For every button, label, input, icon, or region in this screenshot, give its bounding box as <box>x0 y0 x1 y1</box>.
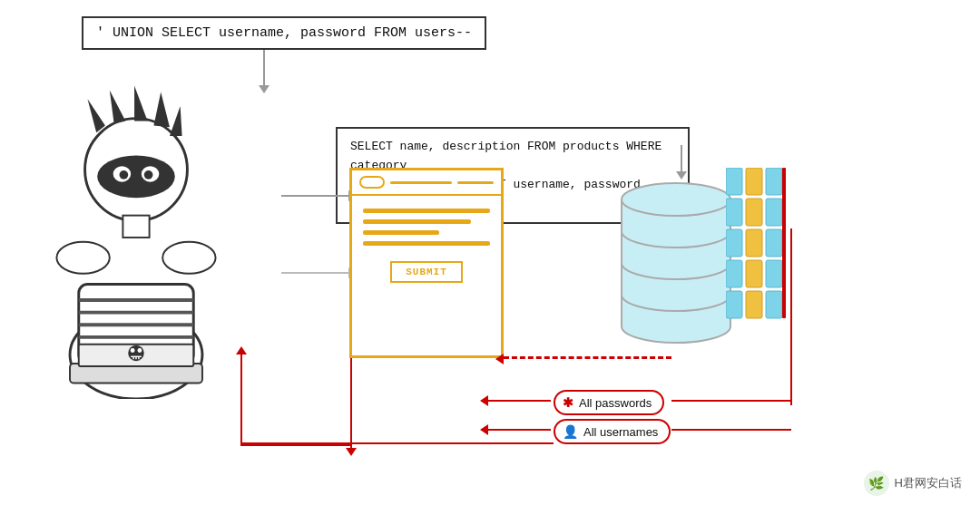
svg-rect-47 <box>766 229 782 257</box>
red-bottom-horizontal <box>240 442 554 444</box>
svg-point-20 <box>137 348 142 353</box>
browser-address-oval <box>359 176 385 189</box>
sql-injection-input-code: ' UNION SELECT username, password FROM u… <box>82 16 486 50</box>
star-icon: ✱ <box>563 395 573 410</box>
red-arrow-to-passwords <box>671 400 791 402</box>
svg-rect-38 <box>726 260 742 287</box>
browser-field-line4 <box>363 241 490 246</box>
sql-code-text: ' UNION SELECT username, password FROM u… <box>96 25 472 41</box>
red-arrow-from-passwords <box>487 400 551 402</box>
arrow-down-from-code <box>263 50 265 86</box>
submit-button[interactable]: SUBMIT <box>390 261 463 283</box>
arrow-code-to-browser <box>281 195 349 197</box>
svg-rect-43 <box>746 260 762 287</box>
svg-point-15 <box>162 242 215 274</box>
all-passwords-label: ✱ All passwords <box>554 390 664 415</box>
browser-dash2 <box>457 181 495 184</box>
svg-rect-37 <box>726 229 742 257</box>
svg-rect-45 <box>766 168 782 195</box>
browser-field-line2 <box>363 219 471 224</box>
svg-rect-50 <box>782 168 786 318</box>
svg-rect-36 <box>726 199 742 226</box>
svg-point-8 <box>97 155 175 198</box>
svg-rect-46 <box>766 199 782 226</box>
database-data-columns <box>726 168 799 349</box>
svg-rect-42 <box>746 229 762 257</box>
svg-rect-39 <box>726 291 742 318</box>
browser-body: SUBMIT <box>352 196 501 296</box>
person-icon: 👤 <box>563 424 578 439</box>
svg-rect-44 <box>746 291 762 318</box>
usernames-text: All usernames <box>583 425 658 439</box>
browser-dash1 <box>390 181 452 184</box>
red-vertical-right <box>790 228 792 405</box>
svg-point-12 <box>144 170 153 180</box>
svg-rect-35 <box>726 168 742 195</box>
arrow-down-to-database <box>681 145 682 172</box>
all-usernames-label: 👤 All usernames <box>554 419 671 444</box>
svg-point-19 <box>131 348 135 353</box>
watermark: 🌿 H君网安白话 <box>864 471 962 496</box>
svg-rect-13 <box>122 216 149 238</box>
red-arrow-from-usernames <box>487 429 551 431</box>
svg-rect-49 <box>766 291 782 318</box>
svg-point-32 <box>622 183 730 216</box>
red-arrow-to-usernames <box>671 429 791 431</box>
passwords-text: All passwords <box>579 396 652 410</box>
browser-field-line3 <box>363 230 439 235</box>
svg-point-14 <box>56 242 109 274</box>
svg-point-11 <box>120 170 129 180</box>
red-vertical-left <box>240 354 242 444</box>
watermark-icon: 🌿 <box>864 471 889 496</box>
browser-window: SUBMIT <box>349 168 504 358</box>
svg-rect-41 <box>746 199 762 226</box>
hacker-figure <box>27 73 245 399</box>
svg-rect-40 <box>746 168 762 195</box>
watermark-text: H君网安白话 <box>895 475 962 491</box>
red-horiz-browser-bottom <box>240 444 351 446</box>
svg-rect-48 <box>766 260 782 287</box>
browser-field-line1 <box>363 209 490 213</box>
browser-toolbar <box>352 170 501 196</box>
arrow-hacker-to-browser <box>281 272 349 274</box>
red-arrow-browser-down <box>350 358 352 449</box>
